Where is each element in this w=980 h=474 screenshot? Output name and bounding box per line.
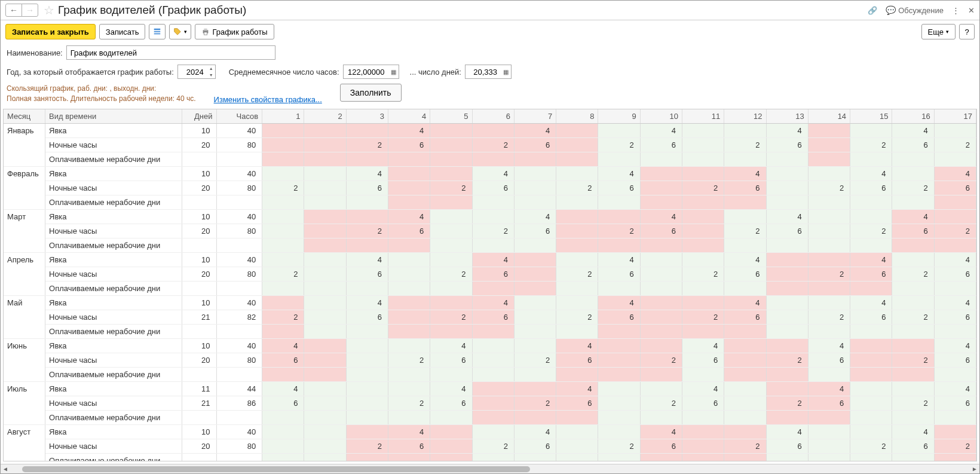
day-cell[interactable] xyxy=(304,425,346,439)
day-cell[interactable]: 2 xyxy=(934,224,976,238)
day-cell[interactable]: 2 xyxy=(262,181,304,195)
grid-header-day[interactable]: 13 xyxy=(766,109,808,124)
hours-cell[interactable]: 86 xyxy=(216,396,262,411)
day-cell[interactable] xyxy=(346,210,388,224)
day-cell[interactable] xyxy=(766,368,808,382)
day-cell[interactable] xyxy=(640,454,682,461)
day-cell[interactable]: 4 xyxy=(766,124,808,138)
day-cell[interactable]: 2 xyxy=(472,224,514,238)
day-cell[interactable]: 2 xyxy=(892,396,934,411)
day-cell[interactable] xyxy=(850,396,892,411)
day-cell[interactable] xyxy=(808,210,850,224)
day-cell[interactable]: 2 xyxy=(556,181,598,195)
day-cell[interactable]: 4 xyxy=(472,296,514,310)
day-cell[interactable]: 6 xyxy=(262,396,304,411)
grid-header-day[interactable]: 8 xyxy=(556,109,598,124)
day-cell[interactable]: 2 xyxy=(892,181,934,195)
day-cell[interactable]: 2 xyxy=(262,267,304,282)
day-cell[interactable] xyxy=(682,195,724,210)
save-button[interactable]: Записать xyxy=(99,24,146,39)
day-cell[interactable] xyxy=(808,253,850,267)
day-cell[interactable] xyxy=(304,454,346,461)
day-cell[interactable] xyxy=(514,167,556,181)
day-cell[interactable] xyxy=(850,238,892,253)
avg-hours-calc-icon[interactable]: ▦ xyxy=(388,65,399,79)
day-cell[interactable] xyxy=(430,439,472,454)
day-cell[interactable]: 4 xyxy=(682,339,724,353)
day-cell[interactable] xyxy=(262,325,304,339)
hours-cell[interactable]: 82 xyxy=(216,310,262,325)
day-cell[interactable] xyxy=(388,325,430,339)
day-cell[interactable] xyxy=(262,253,304,267)
day-cell[interactable]: 2 xyxy=(892,267,934,282)
day-cell[interactable] xyxy=(346,353,388,368)
day-cell[interactable] xyxy=(724,411,766,425)
day-cell[interactable] xyxy=(598,382,640,396)
day-cell[interactable] xyxy=(724,325,766,339)
day-cell[interactable] xyxy=(430,124,472,138)
day-cell[interactable]: 6 xyxy=(934,267,976,282)
day-cell[interactable] xyxy=(598,282,640,296)
day-cell[interactable] xyxy=(262,454,304,461)
day-cell[interactable]: 6 xyxy=(892,224,934,238)
day-cell[interactable]: 6 xyxy=(682,353,724,368)
day-cell[interactable] xyxy=(850,282,892,296)
days-cell[interactable] xyxy=(182,152,217,167)
day-cell[interactable] xyxy=(766,339,808,353)
day-cell[interactable] xyxy=(262,425,304,439)
day-cell[interactable] xyxy=(262,368,304,382)
grid-header-day[interactable]: 17 xyxy=(934,109,976,124)
day-cell[interactable] xyxy=(766,167,808,181)
day-cell[interactable] xyxy=(262,210,304,224)
day-cell[interactable] xyxy=(556,224,598,238)
grid-header-day[interactable]: 6 xyxy=(472,109,514,124)
day-cell[interactable] xyxy=(262,124,304,138)
day-cell[interactable] xyxy=(766,267,808,282)
day-cell[interactable] xyxy=(934,152,976,167)
day-cell[interactable]: 6 xyxy=(346,181,388,195)
day-cell[interactable]: 4 xyxy=(640,425,682,439)
day-cell[interactable]: 4 xyxy=(892,124,934,138)
hours-cell[interactable] xyxy=(216,411,262,425)
day-cell[interactable]: 2 xyxy=(514,353,556,368)
day-cell[interactable] xyxy=(472,282,514,296)
day-cell[interactable]: 4 xyxy=(934,296,976,310)
nav-forward-button[interactable]: → xyxy=(22,4,38,17)
day-cell[interactable]: 6 xyxy=(766,439,808,454)
day-cell[interactable] xyxy=(682,253,724,267)
day-cell[interactable] xyxy=(682,124,724,138)
day-cell[interactable] xyxy=(724,339,766,353)
day-cell[interactable] xyxy=(808,425,850,439)
day-cell[interactable] xyxy=(388,181,430,195)
day-cell[interactable]: 4 xyxy=(388,425,430,439)
day-cell[interactable] xyxy=(388,411,430,425)
day-cell[interactable]: 4 xyxy=(682,382,724,396)
day-cell[interactable] xyxy=(346,411,388,425)
avg-days-input[interactable] xyxy=(465,65,501,79)
day-cell[interactable] xyxy=(598,195,640,210)
day-cell[interactable]: 6 xyxy=(472,310,514,325)
day-cell[interactable] xyxy=(262,152,304,167)
grid-header-day[interactable]: 15 xyxy=(850,109,892,124)
day-cell[interactable]: 6 xyxy=(934,396,976,411)
day-cell[interactable] xyxy=(556,152,598,167)
day-cell[interactable] xyxy=(850,382,892,396)
day-cell[interactable]: 4 xyxy=(472,253,514,267)
day-cell[interactable]: 6 xyxy=(472,267,514,282)
discuss-button[interactable]: Обсуждение xyxy=(886,5,944,15)
hours-cell[interactable] xyxy=(216,368,262,382)
day-cell[interactable] xyxy=(346,382,388,396)
day-cell[interactable] xyxy=(514,368,556,382)
day-cell[interactable] xyxy=(934,282,976,296)
day-cell[interactable] xyxy=(346,282,388,296)
day-cell[interactable] xyxy=(430,238,472,253)
more-button[interactable]: Еще xyxy=(921,24,956,39)
day-cell[interactable] xyxy=(892,195,934,210)
grid-header-day[interactable]: 2 xyxy=(304,109,346,124)
day-cell[interactable] xyxy=(556,411,598,425)
day-cell[interactable] xyxy=(892,411,934,425)
days-cell[interactable] xyxy=(182,368,217,382)
day-cell[interactable] xyxy=(304,238,346,253)
day-cell[interactable] xyxy=(556,325,598,339)
day-cell[interactable]: 2 xyxy=(850,224,892,238)
